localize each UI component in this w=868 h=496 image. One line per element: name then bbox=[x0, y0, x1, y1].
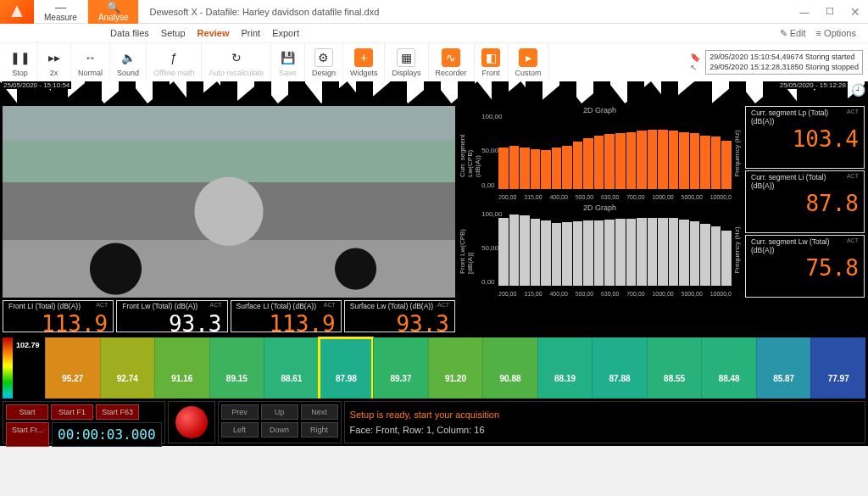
menu-print[interactable]: Print bbox=[242, 28, 261, 38]
menu-review[interactable]: Review bbox=[198, 28, 230, 38]
window-close-icon[interactable]: ✕ bbox=[843, 3, 868, 20]
clock-icon[interactable]: 🕘 bbox=[851, 83, 865, 97]
chart-bars bbox=[498, 212, 732, 287]
ribbon-toolbar: ❚❚Stop ▸▸2x ↔Normal 🔈Sound ƒOffline math… bbox=[0, 42, 868, 81]
stop-button[interactable]: ❚❚Stop bbox=[3, 43, 37, 82]
right-button[interactable]: Right bbox=[301, 422, 338, 437]
up-button[interactable]: Up bbox=[261, 404, 298, 420]
video-panel[interactable] bbox=[3, 106, 455, 298]
video-frame-image bbox=[3, 106, 455, 298]
timeline[interactable]: 25/05/2020 - 15:10:54 25/05/2020 - 15:12… bbox=[0, 81, 868, 103]
normal-button[interactable]: ↔Normal bbox=[71, 43, 110, 82]
dewesoft-logo-icon bbox=[9, 4, 25, 20]
measure-icon: — bbox=[55, 2, 66, 13]
front-button[interactable]: ◧Front bbox=[475, 43, 509, 82]
side-cards: Curr. segment Lp (Total) (dB(A))ACT103.4… bbox=[742, 103, 868, 300]
start-f63-button[interactable]: Start F63 bbox=[96, 404, 139, 420]
status-panel: Setup is ready, start your acquisition F… bbox=[344, 401, 865, 443]
fast-forward-icon: ▸▸ bbox=[45, 48, 64, 67]
workspace: 2D Graph Curr. segment Lw(CPB) (dB(A)) F… bbox=[0, 103, 868, 446]
math-icon: ƒ bbox=[164, 48, 183, 67]
card-front-lw[interactable]: Front Lw (Total) (dB(A))ACT93.3 bbox=[116, 300, 227, 332]
sound-button[interactable]: 🔈Sound bbox=[110, 43, 147, 82]
nav-buttons-group: Prev Up Next Left Down Right bbox=[218, 401, 342, 443]
custom-button[interactable]: ▸Custom bbox=[509, 43, 549, 82]
prev-button[interactable]: Prev bbox=[221, 404, 259, 420]
pencil-icon: ✎ bbox=[780, 28, 790, 38]
card-surface-li[interactable]: Surface LI (Total) (dB(A))ACT113.9 bbox=[231, 300, 342, 332]
tab-measure-label: Measure bbox=[44, 13, 77, 22]
offline-math-button[interactable]: ƒOffline math bbox=[147, 43, 202, 82]
pause-icon: ❚❚ bbox=[11, 48, 30, 67]
next-button[interactable]: Next bbox=[301, 404, 338, 420]
custom-icon: ▸ bbox=[519, 48, 537, 67]
speed-2x-button[interactable]: ▸▸2x bbox=[37, 43, 71, 82]
menu-export[interactable]: Export bbox=[272, 28, 299, 38]
chart-curr-segment-lw[interactable]: 2D Graph Curr. segment Lw(CPB) (dB(A)) F… bbox=[458, 106, 742, 201]
auto-recalculate-button[interactable]: ↻Auto recalculate bbox=[202, 43, 271, 82]
menu-options[interactable]: ≡ Options bbox=[816, 28, 856, 39]
card-front-li[interactable]: Front LI (Total) (dB(A))ACT113.9 bbox=[3, 300, 114, 332]
window-title: Dewesoft X - Datafile: Harley davidson d… bbox=[149, 7, 379, 17]
chart-rlabel: Frequency (Hz) bbox=[733, 130, 741, 176]
window-maximize-icon[interactable]: ☐ bbox=[817, 3, 843, 20]
timeline-end-label: 25/05/2020 - 15:12:28 bbox=[778, 81, 848, 89]
log-entries: 29/05/2020 15:10:54,49674 Storing starte… bbox=[705, 50, 863, 75]
card-value: 103.4 bbox=[793, 125, 859, 154]
start-f1-button[interactable]: Start F1 bbox=[51, 404, 93, 420]
status-line-2: Face: Front, Row: 1, Column: 16 bbox=[350, 425, 860, 435]
chart-front-lw[interactable]: 2D Graph Front Lw(CPB) [dB(A)] Frequency… bbox=[458, 203, 742, 298]
gear-icon: ⚙ bbox=[314, 48, 333, 67]
normal-icon: ↔ bbox=[81, 48, 100, 67]
card-surface-lw[interactable]: Surface Lw (Total) (dB(A))ACT93.3 bbox=[344, 300, 455, 332]
timeline-waveform bbox=[0, 81, 868, 103]
start-button[interactable]: Start bbox=[6, 404, 48, 420]
widgets-button[interactable]: +Widgets bbox=[343, 43, 386, 82]
tab-analyse-label: Analyse bbox=[98, 13, 129, 22]
chart-xticks: 200,00315,00400,00500,00630,00700,001000… bbox=[498, 194, 732, 200]
big-cards-row: Front LI (Total) (dB(A))ACT113.9 Front L… bbox=[0, 300, 458, 335]
menu-data-files[interactable]: Data files bbox=[110, 28, 149, 38]
chart-ylabel: Front Lw(CPB) [dB(A)] bbox=[459, 226, 474, 274]
card-value: 75.8 bbox=[805, 254, 859, 283]
card-lp-total[interactable]: Curr. segment Lp (Total) (dB(A))ACT103.4 bbox=[745, 106, 865, 169]
tab-measure[interactable]: — Measure bbox=[34, 0, 88, 24]
window-minimize-icon[interactable]: — bbox=[792, 3, 817, 20]
start-fr-button[interactable]: Start Fr... bbox=[6, 422, 49, 447]
log-line: 29/05/2020 15:10:54,49674 Storing starte… bbox=[709, 53, 859, 63]
timer-display: 00:00:03.000 bbox=[52, 422, 162, 447]
menu-setup[interactable]: Setup bbox=[161, 28, 186, 38]
displays-button[interactable]: ▦Displays bbox=[385, 43, 428, 82]
title-bar: — Measure 🔍 Analyse Dewesoft X - Datafil… bbox=[0, 0, 868, 24]
recorder-icon: ∿ bbox=[442, 48, 460, 67]
tab-analyse[interactable]: 🔍 Analyse bbox=[88, 0, 140, 24]
card-li-total[interactable]: Curr. segment Li (Total) (dB(A))ACT87.8 bbox=[745, 170, 865, 233]
chart-bars bbox=[498, 114, 732, 189]
start-buttons-group: Start Start F1 Start F63 Start Fr... 00:… bbox=[3, 401, 165, 443]
app-logo bbox=[0, 0, 34, 24]
top-charts: 2D Graph Curr. segment Lw(CPB) (dB(A)) F… bbox=[458, 103, 742, 300]
displays-icon: ▦ bbox=[397, 48, 415, 67]
status-line-1: Setup is ready, start your acquisition bbox=[350, 410, 860, 420]
menu-edit[interactable]: ✎ Edit bbox=[780, 28, 806, 39]
chart-ylabel: Curr. segment Lw(CPB) (dB(A)) bbox=[459, 130, 481, 177]
recalc-icon: ↻ bbox=[227, 48, 246, 67]
design-button[interactable]: ⚙Design bbox=[305, 43, 343, 82]
analyse-icon: 🔍 bbox=[107, 2, 120, 13]
left-button[interactable]: Left bbox=[221, 422, 259, 437]
save-icon: 💾 bbox=[278, 48, 297, 67]
hamburger-icon: ≡ bbox=[816, 28, 824, 38]
down-button[interactable]: Down bbox=[261, 422, 298, 437]
record-dot-icon bbox=[175, 406, 208, 438]
card-lw-total[interactable]: Curr. segment Lw (Total) (dB(A))ACT75.8 bbox=[745, 235, 865, 298]
chart-xticks: 200,00315,00400,00500,00630,00700,001000… bbox=[498, 291, 732, 297]
event-log: 🔖 ↖ 29/05/2020 15:10:54,49674 Storing st… bbox=[690, 50, 868, 75]
chart-rlabel: Frequency (Hz) bbox=[733, 227, 741, 274]
bookmark-icon[interactable]: 🔖 bbox=[690, 53, 700, 62]
front-icon: ◧ bbox=[481, 48, 500, 67]
timeline-start-label: 25/05/2020 - 15:10:54 bbox=[2, 81, 71, 89]
record-indicator[interactable] bbox=[168, 401, 215, 443]
recorder-button[interactable]: ∿Recorder bbox=[429, 43, 475, 82]
log-cursor-icon[interactable]: ↖ bbox=[690, 63, 700, 72]
save-button[interactable]: 💾Save bbox=[271, 43, 305, 82]
